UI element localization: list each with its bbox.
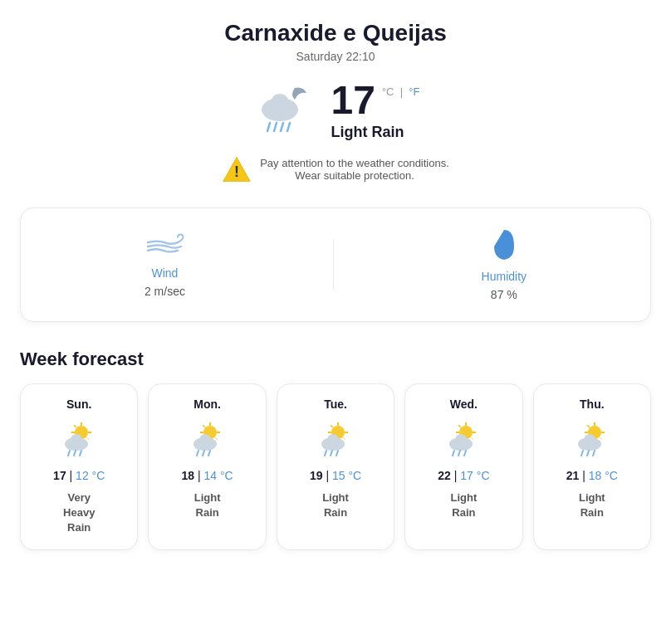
forecast-low: 17 °C [460,469,489,482]
forecast-description: LightRain [194,490,221,520]
humidity-stat: Humidity 87 % [482,228,527,301]
forecast-cards: Sun. 17 | 12 °C VeryHea [20,383,651,550]
week-forecast-title: Week forecast [20,349,651,370]
svg-line-64 [458,451,460,456]
svg-line-79 [593,451,595,456]
forecast-weather-icon [443,419,484,461]
svg-line-51 [336,451,338,456]
svg-point-48 [327,434,339,446]
forecast-weather-icon [187,419,228,461]
celsius-label: °C [382,85,394,98]
weather-main-info: 17 °C | °F Light Rain [331,80,420,141]
svg-line-5 [274,123,277,131]
forecast-day-label: Thu. [580,398,605,411]
forecast-weather-icon [315,419,356,461]
forecast-description: VeryHeavyRain [63,490,95,536]
forecast-separator: | [582,469,589,482]
city-title: Carnaxide e Queijas [20,20,651,46]
forecast-day-label: Sun. [66,398,91,411]
svg-line-36 [203,451,204,456]
svg-line-71 [587,425,590,427]
svg-line-16 [86,437,89,440]
forecast-card: Thu. 21 | 18 °C LightRa [533,383,651,550]
forecast-separator: | [326,469,332,482]
svg-line-29 [203,425,205,427]
svg-line-77 [581,451,583,456]
forecast-high: 17 [53,469,66,482]
svg-line-7 [287,123,290,131]
svg-line-44 [343,437,345,440]
forecast-separator: | [198,469,204,482]
svg-line-58 [471,437,473,440]
svg-text:!: ! [234,163,239,180]
forecast-temps: 19 | 15 °C [310,469,361,482]
svg-line-4 [267,123,270,131]
svg-line-30 [215,437,218,440]
wind-label: Wind [151,266,178,280]
svg-line-49 [325,451,326,456]
current-weather-icon [252,80,318,141]
forecast-high: 21 [566,469,580,482]
wind-stat: Wind 2 m/sec [144,232,185,298]
svg-line-37 [208,451,210,456]
forecast-description: LightRain [322,490,349,520]
forecast-description: LightRain [579,490,605,520]
alert-box: ! Pay attention to the weather condition… [20,154,651,184]
svg-line-35 [197,451,198,456]
forecast-low: 12 °C [76,469,105,482]
current-weather-section: 17 °C | °F Light Rain [20,80,651,141]
svg-line-21 [68,451,70,456]
forecast-weather-icon [571,419,613,461]
stats-divider [333,240,334,290]
forecast-card: Wed. 22 | 17 °C LightRa [404,383,522,550]
forecast-high: 19 [310,469,323,482]
alert-line2: Wear suitable protection. [260,169,449,182]
forecast-temps: 21 | 18 °C [566,469,618,482]
alert-content: Pay attention to the weather conditions.… [260,157,449,182]
forecast-low: 14 °C [204,469,233,482]
stats-card: Wind 2 m/sec Humidity 87 % [20,207,651,322]
warning-icon: ! [222,154,252,184]
forecast-card: Tue. 19 | 15 °C LightRa [277,383,394,550]
forecast-weather-icon [58,419,100,461]
svg-line-22 [74,451,76,456]
forecast-day-label: Tue. [324,398,347,411]
date-time: Saturday 22:10 [20,50,651,63]
forecast-day-label: Mon. [193,398,221,411]
temperature-value: 17 [331,80,375,120]
svg-line-65 [464,451,466,456]
svg-point-76 [584,434,595,446]
svg-line-15 [74,425,76,427]
humidity-value: 87 % [491,288,517,301]
forecast-description: LightRain [451,490,478,520]
humidity-icon [491,228,517,265]
humidity-label: Humidity [482,270,527,283]
forecast-high: 18 [182,469,195,482]
fahrenheit-toggle[interactable]: °F [409,85,419,98]
svg-line-23 [80,451,81,456]
svg-line-43 [331,425,333,427]
forecast-separator: | [70,469,76,482]
temperature-units: °C | °F [382,85,420,98]
svg-line-50 [331,451,332,456]
svg-line-57 [458,425,461,427]
forecast-temps: 17 | 12 °C [53,469,105,482]
svg-line-78 [587,451,589,456]
forecast-low: 18 °C [589,469,618,482]
forecast-high: 22 [438,469,451,482]
forecast-low: 15 °C [332,469,361,482]
svg-point-3 [271,94,289,112]
alert-line1: Pay attention to the weather conditions. [260,157,449,169]
wind-icon [144,232,184,261]
svg-line-6 [281,123,283,131]
weather-description: Light Rain [331,124,420,141]
forecast-card: Sun. 17 | 12 °C VeryHea [20,383,138,550]
wind-value: 2 m/sec [144,285,185,298]
svg-point-20 [71,434,82,446]
forecast-card: Mon. 18 | 14 °C LightRa [148,383,266,550]
forecast-day-label: Wed. [450,398,478,411]
svg-line-72 [600,437,602,440]
forecast-temps: 18 | 14 °C [182,469,233,482]
svg-line-63 [453,451,454,456]
svg-point-62 [455,434,467,446]
